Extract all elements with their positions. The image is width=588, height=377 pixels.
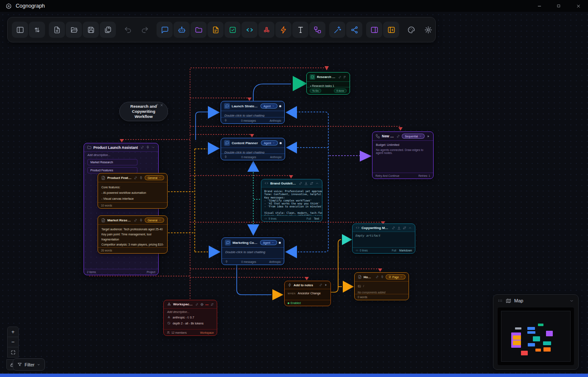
link-icon[interactable] — [140, 145, 144, 149]
save-icon[interactable] — [83, 22, 99, 38]
pin-icon[interactable] — [139, 176, 143, 180]
format-label[interactable]: Text — [314, 217, 319, 220]
chevron-up-icon[interactable] — [315, 182, 319, 185]
file-plus-icon[interactable] — [49, 22, 65, 38]
close-icon[interactable] — [160, 103, 163, 107]
zoom-in-button[interactable]: + — [7, 327, 19, 337]
share-icon[interactable] — [346, 22, 362, 38]
rule-row[interactable]: depth 2 - all - 8k tokens — [164, 320, 217, 326]
pin-icon[interactable] — [224, 155, 227, 159]
link-icon[interactable] — [319, 283, 322, 287]
molecule-icon[interactable] — [258, 22, 274, 38]
bot-icon[interactable] — [174, 22, 190, 38]
note-type-badge[interactable]: General — [145, 175, 164, 180]
globe-icon[interactable] — [200, 303, 204, 306]
link-icon[interactable] — [338, 75, 342, 79]
flag-icon[interactable] — [343, 75, 347, 79]
group-description[interactable]: Add description... — [84, 151, 158, 158]
palette-icon[interactable] — [403, 22, 419, 38]
chevron-up-icon[interactable] — [408, 226, 412, 230]
note-type-badge[interactable]: General — [145, 218, 164, 223]
link-icon[interactable] — [134, 176, 137, 180]
wand-sparkles-icon[interactable] — [329, 22, 345, 38]
sort-arrows-icon[interactable] — [29, 22, 45, 38]
note-body[interactable]: Target audience: Tech professionals aged… — [98, 224, 167, 247]
pin-icon[interactable] — [146, 145, 150, 149]
gear-icon[interactable] — [420, 22, 436, 38]
redo-icon[interactable] — [137, 22, 153, 38]
chat-placeholder[interactable]: Double-click to start chatting — [222, 247, 284, 259]
link-icon[interactable] — [195, 303, 199, 306]
play-icon[interactable] — [426, 134, 430, 138]
node-content-planner[interactable]: Content Planner Agent Double-click to st… — [221, 138, 285, 160]
node-product-launch-assistant[interactable]: Product Launch Assistant Add description… — [84, 143, 159, 275]
agent-type-badge[interactable]: Agent — [260, 103, 277, 109]
workflow-icon[interactable] — [309, 22, 325, 38]
undo-icon[interactable] — [120, 22, 136, 38]
filter-button[interactable]: Filter — [13, 358, 45, 371]
note-type-badge[interactable]: Page — [386, 274, 406, 279]
link-icon[interactable] — [396, 134, 400, 138]
link-icon[interactable] — [134, 218, 137, 222]
agent-type-badge[interactable]: Agent — [260, 240, 277, 245]
node-new-orchestrator[interactable]: New Orchestrator Sequential Budget: Unli… — [372, 131, 434, 179]
minimap-body[interactable] — [498, 307, 574, 365]
fit-view-button[interactable] — [7, 347, 19, 357]
download-icon[interactable] — [397, 226, 401, 230]
slash-command-icon[interactable]: / — [363, 283, 364, 289]
node-market-research[interactable]: Market Research General Target audience:… — [98, 215, 168, 254]
panel-left-icon[interactable] — [12, 22, 28, 38]
link-icon[interactable] — [299, 182, 302, 185]
check-square-icon[interactable] — [224, 22, 241, 38]
minimize-button[interactable] — [529, 0, 549, 12]
close-button[interactable] — [568, 0, 588, 12]
swap-icon[interactable] — [210, 303, 214, 306]
view-mode[interactable]: Full — [392, 249, 396, 252]
grip-icon[interactable] — [498, 298, 503, 303]
link-icon[interactable] — [392, 226, 395, 230]
group-item[interactable]: Product Features — [87, 167, 137, 173]
save-all-icon[interactable] — [100, 22, 116, 38]
pin-icon[interactable] — [139, 218, 143, 222]
agent-type-badge[interactable]: Agent — [261, 140, 278, 145]
chevron-down-icon[interactable] — [151, 145, 155, 149]
folder-icon[interactable] — [190, 22, 207, 38]
workflow-label[interactable]: Research and Copywriting Workflow — [119, 102, 168, 121]
node-brand-guidelines[interactable]: Brand Guidelines Brand voice: Profession… — [261, 179, 322, 222]
code-brackets-icon[interactable] — [241, 22, 258, 38]
node-workspace-rules[interactable]: Workspace Rules ●● Add description... an… — [163, 300, 217, 336]
chat-bubble-icon[interactable] — [157, 22, 173, 38]
swap-icon[interactable] — [403, 226, 406, 230]
zap-icon[interactable] — [275, 22, 291, 38]
trigger-value[interactable]: Ancestor Change — [298, 292, 321, 295]
note-icon[interactable] — [207, 22, 224, 38]
play-icon[interactable] — [324, 283, 328, 287]
zoom-out-button[interactable]: − — [7, 337, 19, 347]
pin-icon[interactable] — [381, 275, 384, 279]
group-item[interactable]: Market Research — [87, 159, 137, 165]
code-body[interactable]: Brand voice: Professional yet approachab… — [261, 187, 322, 216]
node-homepage-copy[interactable]: Homepage Copy Page / No components added… — [354, 272, 409, 300]
empty-artifact[interactable]: Empty artifact — [353, 232, 415, 248]
node-add-to-notes[interactable]: Add to notes WHEN Ancestor Change Enable… — [284, 281, 331, 306]
chat-placeholder[interactable]: Double-click to start chatting — [221, 111, 284, 117]
rule-row[interactable]: anthropic - t: 0.7 — [164, 314, 217, 320]
chevron-down-icon[interactable] — [569, 299, 574, 303]
link-icon[interactable] — [155, 103, 159, 107]
retry-policy[interactable]: Retry And Continue — [375, 174, 399, 177]
todo-list[interactable]: • Research tasks 1 • Research tasks 2 — [307, 81, 350, 87]
node-research-tasks[interactable]: Research Tasks • Research tasks 1 • Rese… — [306, 72, 350, 95]
swap-icon[interactable] — [310, 182, 314, 185]
node-launch-strategy-advisor[interactable]: Launch Strategy Advisor Agent Double-cli… — [221, 101, 285, 124]
folder-open-icon[interactable] — [66, 22, 82, 38]
pin-icon[interactable] — [224, 119, 227, 122]
panel-left-close-icon[interactable] — [383, 22, 399, 38]
format-label[interactable]: Markdown — [399, 249, 412, 252]
node-product-features[interactable]: Product Features General Core features: … — [98, 173, 168, 209]
todo-item[interactable]: • Research tasks 1 — [310, 84, 346, 87]
maximize-button[interactable] — [549, 0, 568, 12]
mode-badge[interactable]: Sequential — [402, 134, 425, 139]
node-marketing-copy-writer[interactable]: Marketing Copy Writer Agent Double-click… — [221, 237, 284, 265]
view-mode[interactable]: Full — [307, 217, 311, 220]
pin-icon[interactable] — [225, 260, 228, 263]
